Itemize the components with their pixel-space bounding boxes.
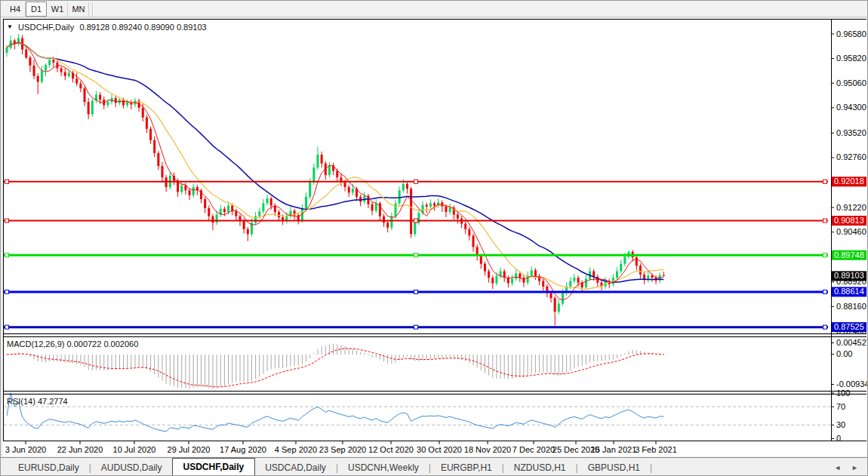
tab-usdchf-daily[interactable]: USDCHF,Daily [172, 458, 256, 476]
price-tick-label: 0.92760 [836, 152, 866, 161]
macd-axis-label: -0.009348 [836, 379, 868, 388]
date-tick-label: 29 Jul 2020 [168, 445, 211, 454]
date-tick-label: 3 Jun 2020 [5, 445, 46, 454]
price-tick-label: 0.96580 [836, 29, 866, 38]
line-handle[interactable] [5, 253, 9, 257]
rsi-axis-label: 100 [836, 388, 850, 398]
price-badge-value: 0.90813 [834, 216, 864, 225]
rsi-indicator-label: RSI(14) 47.2774 [7, 397, 68, 406]
macd-indicator-label: MACD(12,26,9) 0.000722 0.002060 [7, 339, 138, 349]
tab-audusd-daily[interactable]: AUDUSD,Daily [91, 459, 172, 476]
line-handle[interactable] [414, 180, 418, 183]
line-handle[interactable] [823, 219, 827, 223]
line-handle[interactable] [823, 180, 827, 183]
rsi-axis-label: 0 [836, 434, 841, 443]
tab-eurgbp-h1[interactable]: EURGBP,H1 [431, 459, 502, 476]
tabs-scroll-right-icon[interactable]: ► [851, 464, 858, 471]
macd-axis-label: 0.00 [836, 349, 852, 358]
date-tick-label: 7 Dec 2020 [512, 445, 555, 454]
chart-pane[interactable] [3, 19, 866, 333]
macd-axis-label: 0.004527 [836, 338, 868, 347]
toolbar-divider [92, 2, 94, 16]
date-tick-label: 30 Oct 2020 [417, 445, 462, 454]
price-label-badge: 0.88614 [832, 287, 866, 296]
line-handle[interactable] [823, 325, 827, 329]
timeframe-button-d1[interactable]: D1 [26, 2, 47, 17]
date-tick-label: 15 Jan 2021 [591, 445, 637, 454]
tab-eurusd-daily[interactable]: EURUSD,Daily [8, 459, 89, 476]
timeframe-button-mn[interactable]: MN [68, 2, 89, 17]
line-handle[interactable] [5, 290, 9, 293]
line-handle[interactable] [414, 219, 418, 223]
rsi-axis-label: 70 [836, 402, 845, 411]
line-handle[interactable] [5, 180, 9, 183]
tab-separator: | [650, 462, 652, 473]
price-label-badge: 0.90813 [832, 216, 866, 226]
chart-symbol-period: USDCHF,Daily [18, 23, 75, 32]
tab-usdcad-daily[interactable]: USDCAD,Daily [255, 459, 336, 476]
price-badge-value: 0.88614 [834, 287, 864, 296]
mt4-window: H4D1W1MN 0.965800.958200.950600.943000.9… [0, 0, 868, 476]
chart-tab-bar: EURUSD,Daily|AUDUSD,DailyUSDCHF,DailyUSD… [1, 457, 867, 476]
timeframe-toolbar: H4D1W1MN [1, 1, 867, 17]
chart-canvas: 0.965800.958200.950600.943000.935200.927… [1, 1, 868, 457]
date-tick-label: 12 Oct 2020 [368, 445, 414, 454]
date-tick-label: 10 Jul 2020 [113, 445, 156, 454]
line-handle[interactable] [5, 325, 9, 329]
price-tick-label: 0.93520 [836, 128, 866, 137]
chart-ohlc-values: 0.89128 0.89240 0.89090 0.89103 [79, 23, 206, 32]
date-tick-label: 17 Aug 2020 [220, 445, 266, 454]
price-tick-label: 0.95820 [836, 54, 866, 63]
rsi-axis-label: 30 [836, 420, 845, 429]
date-tick-label: 3 Feb 2021 [635, 445, 677, 454]
tab-nav: ◄► [834, 464, 867, 471]
price-label-badge: 0.92018 [832, 177, 866, 186]
price-badge-value: 0.87525 [834, 322, 864, 331]
price-tick-label: 0.90460 [836, 227, 866, 236]
price-tick-label: 0.88160 [836, 302, 866, 311]
line-handle[interactable] [414, 290, 418, 293]
line-handle[interactable] [823, 290, 827, 293]
price-label-badge: 0.89103 [832, 271, 866, 281]
price-label-badge: 0.89748 [832, 250, 866, 260]
chart-title: ▼ USDCHF,Daily 0.89128 0.89240 0.89090 0… [7, 23, 207, 32]
rsi-pane[interactable] [3, 394, 866, 441]
chart-menu-icon: ▼ [7, 24, 13, 30]
price-badge-value: 0.89748 [834, 250, 864, 259]
date-tick-label: 23 Sep 2020 [319, 445, 366, 454]
line-handle[interactable] [823, 253, 827, 257]
price-tick-label: 0.91220 [836, 203, 866, 212]
timeframe-button-h4[interactable]: H4 [5, 2, 26, 17]
tab-nzdusd-h1[interactable]: NZDUSD,H1 [504, 459, 576, 476]
tabs-scroll-left-icon[interactable]: ◄ [834, 464, 841, 471]
line-handle[interactable] [414, 253, 418, 257]
tab-gbpusd-h1[interactable]: GBPUSD,H1 [578, 459, 650, 476]
price-label-badge: 0.87525 [832, 322, 866, 332]
line-handle[interactable] [414, 325, 418, 329]
line-handle[interactable] [5, 219, 9, 223]
timeframe-button-w1[interactable]: W1 [47, 2, 68, 17]
date-tick-label: 18 Nov 2020 [464, 445, 511, 454]
price-badge-value: 0.89103 [834, 271, 864, 280]
date-tick-label: 4 Sep 2020 [275, 445, 317, 454]
price-badge-value: 0.92018 [834, 177, 864, 186]
tab-usdcnh-weekly[interactable]: USDCNH,Weekly [338, 459, 429, 476]
price-tick-label: 0.94300 [836, 103, 866, 112]
date-tick-label: 22 Jun 2020 [57, 445, 103, 454]
price-tick-label: 0.95060 [836, 78, 866, 88]
